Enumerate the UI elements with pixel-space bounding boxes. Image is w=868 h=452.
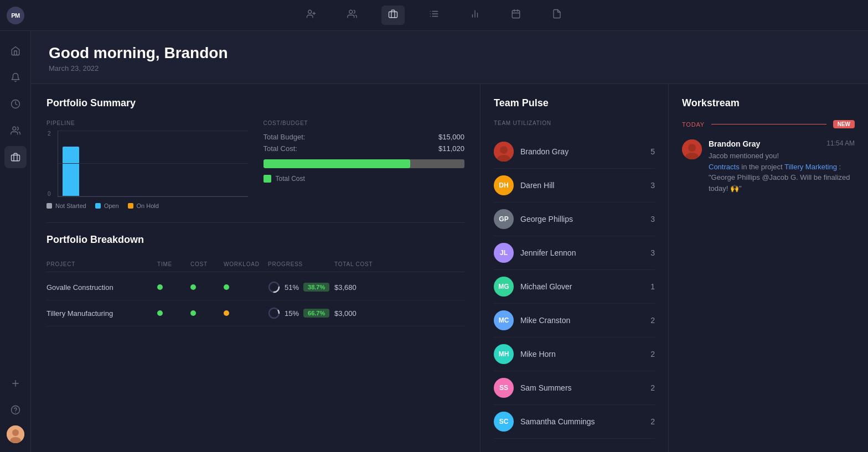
list-item: MC Mike Cranston 2 — [494, 304, 655, 337]
total-cost-2: $3,000 — [334, 309, 390, 318]
time-dot-1 — [157, 282, 190, 292]
pipeline-label: PIPELINE — [46, 120, 248, 126]
list-item: DH Daren Hill 3 — [494, 169, 655, 202]
col-total-cost: TOTAL COST — [334, 261, 390, 267]
list-item: Brandon Gray 5 — [494, 135, 655, 169]
project-name-1[interactable]: Govalle Construction — [46, 283, 157, 292]
sidebar-item-time[interactable] — [4, 93, 27, 115]
top-nav-icons — [299, 6, 569, 25]
col-progress: PROGRESS — [268, 261, 334, 267]
utilization-label: TEAM UTILIZATION — [494, 120, 655, 126]
person-add-icon[interactable] — [299, 6, 323, 25]
svg-rect-20 — [11, 155, 19, 161]
member-count-horn: 2 — [650, 350, 655, 359]
total-cost-1: $3,680 — [334, 283, 390, 292]
message-middle: in the project — [741, 163, 784, 171]
list-item: MH Mike Horn 2 — [494, 337, 655, 371]
workstream-content: Brandon Gray 11:54 AM Jacob mentioned yo… — [709, 139, 855, 194]
new-badge: NEW — [833, 120, 855, 128]
total-budget-value: $15,000 — [438, 133, 464, 141]
svg-point-19 — [12, 127, 16, 130]
message-link-tillery[interactable]: Tillery Marketing — [784, 163, 837, 171]
calendar-icon[interactable] — [504, 6, 528, 25]
col-project: PROJECT — [46, 261, 157, 267]
workload-dot-2 — [224, 308, 268, 318]
total-budget-row: Total Budget: $15,000 — [264, 133, 465, 141]
progress-badge-1: 38.7% — [303, 283, 329, 292]
sidebar-item-add[interactable] — [4, 372, 27, 394]
time-dot-2 — [157, 308, 190, 318]
chart-legend: Not Started Open On Hold — [46, 202, 248, 209]
avatar — [494, 142, 514, 162]
member-count-daren: 3 — [650, 181, 655, 190]
svg-point-0 — [308, 10, 312, 13]
bar-chart-icon[interactable] — [463, 6, 487, 25]
total-cost-value: $11,020 — [438, 144, 464, 153]
budget-bar-fill — [264, 159, 410, 168]
page-header: Good morning, Brandon March 23, 2022 — [31, 31, 868, 84]
total-cost-label: Total Cost: — [264, 144, 297, 153]
sidebar-item-people[interactable] — [4, 120, 27, 142]
sidebar-bottom — [4, 372, 27, 443]
total-cost-row: Total Cost: $11,020 — [264, 144, 465, 153]
team-pulse-panel: Team Pulse TEAM UTILIZATION Brandon Gray… — [480, 84, 669, 452]
left-panel: Portfolio Summary PIPELINE 2 0 — [31, 84, 480, 452]
user-avatar[interactable] — [7, 425, 24, 443]
sidebar — [0, 31, 31, 452]
cost-legend-box — [264, 175, 271, 183]
avatar: SS — [494, 378, 514, 398]
avatar: SC — [494, 412, 514, 432]
sidebar-item-home[interactable] — [4, 40, 27, 62]
svg-point-26 — [12, 429, 19, 436]
message-prefix: Jacob mentioned you! — [709, 152, 779, 160]
member-count-michael: 1 — [650, 282, 655, 291]
member-left-michael: MG Michael Glover — [494, 277, 572, 297]
portfolio-breakdown-title: Portfolio Breakdown — [46, 234, 464, 246]
col-time: TIME — [157, 261, 190, 267]
member-left-daren: DH Daren Hill — [494, 175, 554, 195]
workstream-title: Workstream — [682, 97, 855, 109]
briefcase-icon[interactable] — [381, 6, 405, 25]
project-name-2[interactable]: Tillery Manufacturing — [46, 309, 157, 318]
document-icon[interactable] — [545, 6, 569, 25]
workstream-avatar — [682, 139, 702, 159]
member-count-sam: 2 — [650, 383, 655, 392]
sidebar-item-help[interactable] — [4, 399, 27, 421]
legend-label-open: Open — [104, 202, 119, 209]
avatar: GP — [494, 209, 514, 229]
legend-dot-on-hold — [128, 203, 133, 209]
member-name-michael: Michael Glover — [520, 282, 572, 291]
member-name-cranston: Mike Cranston — [520, 316, 570, 325]
avatar: DH — [494, 175, 514, 195]
today-line — [711, 124, 826, 124]
sidebar-item-portfolio[interactable] — [4, 146, 27, 168]
y-axis-labels: 2 0 — [48, 131, 51, 197]
today-label: TODAY — [682, 121, 705, 128]
people-icon[interactable] — [340, 6, 364, 25]
bar-group-1 — [63, 147, 91, 196]
logo[interactable]: PM — [0, 0, 31, 31]
legend-on-hold: On Hold — [128, 202, 159, 209]
budget-bar-track — [264, 159, 465, 168]
workstream-item: Brandon Gray 11:54 AM Jacob mentioned yo… — [682, 139, 855, 194]
workstream-panel: Workstream TODAY NEW Brandon Gray 11:54 … — [669, 84, 868, 452]
member-left-sam: SS Sam Summers — [494, 378, 572, 398]
list-item: SS Sam Summers 2 — [494, 371, 655, 405]
main-layout: Good morning, Brandon March 23, 2022 Por… — [0, 31, 868, 452]
member-left-cranston: MC Mike Cranston — [494, 310, 570, 330]
progress-1: 51% 38.7% — [268, 281, 334, 293]
svg-point-3 — [349, 10, 353, 13]
member-left-george: GP George Phillips — [494, 209, 573, 229]
list-icon[interactable] — [422, 6, 446, 25]
member-name-george: George Phillips — [520, 215, 573, 224]
message-link-contracts[interactable]: Contracts — [709, 163, 740, 171]
sidebar-item-notifications[interactable] — [4, 66, 27, 89]
member-name-horn: Mike Horn — [520, 350, 556, 359]
avatar: MH — [494, 344, 514, 364]
progress-badge-2: 66.7% — [303, 309, 329, 318]
portfolio-summary-title: Portfolio Summary — [46, 97, 464, 109]
cost-budget-label: COST/BUDGET — [264, 120, 465, 126]
progress-pct-2: 15% — [285, 309, 299, 318]
svg-point-30 — [269, 308, 279, 318]
legend-dot-open — [95, 203, 101, 209]
